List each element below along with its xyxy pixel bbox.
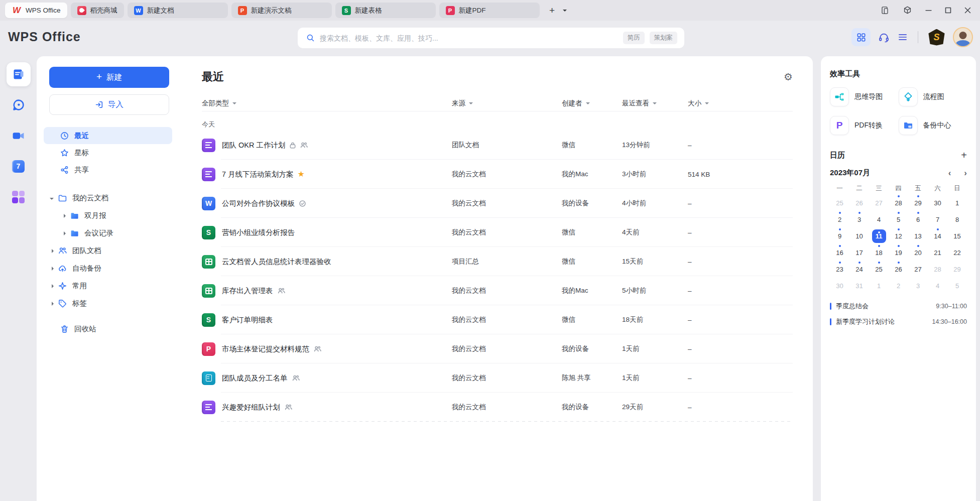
sidebar-item-shared[interactable]: 共享 (44, 161, 172, 178)
support-button[interactable] (878, 32, 890, 43)
tree-item-meeting-notes[interactable]: 会议记录 (44, 224, 172, 242)
calendar-day[interactable]: 23 (830, 261, 849, 278)
calendar-day[interactable]: 25 (869, 261, 889, 278)
calendar-day[interactable]: 2 (889, 278, 908, 294)
calendar-day[interactable]: 22 (947, 244, 967, 261)
rail-item-apps[interactable] (7, 185, 31, 209)
search-tag-resume[interactable]: 简历 (623, 32, 645, 44)
calendar-day[interactable]: 19 (889, 244, 908, 261)
calendar-day[interactable]: 9 (830, 228, 849, 244)
calendar-day[interactable]: 30 (830, 278, 849, 294)
calendar-day[interactable]: 25 (830, 195, 849, 211)
calendar-day[interactable]: 15 (947, 228, 967, 244)
sidebar-item-starred[interactable]: 星标 (44, 144, 172, 161)
next-month-button[interactable]: › (964, 169, 967, 177)
tree-item-frequent[interactable]: 常用 (44, 277, 172, 295)
maximize-button[interactable] (945, 7, 951, 14)
caret-right-icon[interactable] (52, 249, 56, 253)
tab-wps-office[interactable]: W WPS Office (5, 3, 67, 18)
search-tag-proposal[interactable]: 策划案 (650, 32, 678, 44)
file-row[interactable]: 团队 OKR 工作计划 团队文档 微信 13分钟前 – (202, 131, 793, 160)
calendar-day[interactable]: 13 (908, 228, 928, 244)
filter-creator[interactable]: 创建者 (562, 99, 622, 108)
calendar-day[interactable]: 8 (947, 211, 967, 228)
prev-month-button[interactable]: ‹ (948, 169, 951, 177)
rail-item-calendar[interactable]: 7 (7, 154, 31, 178)
calendar-day[interactable]: 27 (869, 195, 889, 211)
sync-to-mobile-button[interactable] (880, 6, 890, 15)
new-tab-button[interactable]: + (546, 4, 559, 17)
tool-backup-center[interactable]: 备份中心 (899, 116, 967, 135)
file-row[interactable]: 兴趣爱好组队计划 我的云文档 我的设备 29天前 – (202, 393, 793, 422)
caret-right-icon[interactable] (64, 231, 68, 235)
filter-type[interactable]: 全部类型 (202, 99, 452, 108)
membership-badge[interactable]: S (928, 29, 945, 46)
calendar-day[interactable]: 16 (830, 244, 849, 261)
file-row[interactable]: S 客户订单明细表 我的云文档 微信 18天前 – (202, 305, 793, 334)
file-row[interactable]: 库存出入管理表 我的云文档 我的Mac 5小时前 – (202, 276, 793, 305)
calendar-day[interactable]: 2 (830, 211, 849, 228)
file-row[interactable]: P 市场主体登记提交材料规范 我的云文档 我的设备 1天前 – (202, 334, 793, 363)
caret-right-icon[interactable] (64, 214, 68, 218)
calendar-day[interactable]: 14 (928, 228, 947, 244)
calendar-day[interactable]: 29 (908, 195, 928, 211)
tree-item-my-cloud-docs[interactable]: 我的云文档 (44, 189, 172, 207)
calendar-day[interactable]: 26 (849, 195, 869, 211)
rail-item-meeting[interactable] (7, 123, 31, 148)
calendar-day[interactable]: 1 (947, 195, 967, 211)
sidebar-item-recent[interactable]: 最近 (44, 127, 172, 144)
settings-button[interactable]: ⚙ (784, 72, 793, 82)
calendar-day[interactable]: 3 (908, 278, 928, 294)
main-menu-button[interactable] (897, 32, 908, 43)
tree-item-team-docs[interactable]: 团队文档 (44, 242, 172, 260)
tab-new-pdf[interactable]: P 新建PDF (439, 3, 540, 18)
tree-item-bimonthly-report[interactable]: 双月报 (44, 207, 172, 224)
calendar-day[interactable]: 6 (908, 211, 928, 228)
tab-new-spreadsheet[interactable]: S 新建表格 (335, 3, 436, 18)
add-event-button[interactable]: + (961, 150, 967, 160)
filter-source[interactable]: 来源 (452, 99, 562, 108)
close-button[interactable] (964, 7, 971, 14)
tool-flowchart[interactable]: 流程图 (899, 87, 967, 106)
calendar-day[interactable]: 7 (928, 211, 947, 228)
minimize-button[interactable] (925, 7, 932, 14)
calendar-day[interactable]: 28 (889, 195, 908, 211)
file-row[interactable]: 团队成员及分工名单 我的云文档 陈旭 共享 1天前 – (202, 363, 793, 393)
filter-size[interactable]: 大小 (688, 99, 793, 108)
calendar-day[interactable]: 21 (928, 244, 947, 261)
calendar-day[interactable]: 5 (889, 211, 908, 228)
calendar-day[interactable]: 17 (849, 244, 869, 261)
file-row[interactable]: 云文档管人员信息统计表理器验收 项目汇总 微信 15天前 – (202, 247, 793, 276)
caret-down-icon[interactable] (50, 198, 54, 202)
tool-pdf-convert[interactable]: P PDF转换 (830, 116, 899, 135)
workspace-cube-button[interactable] (903, 6, 912, 15)
search-input[interactable] (320, 34, 618, 42)
event-item[interactable]: 季度总结会 9:30–11:00 (830, 298, 967, 314)
tree-item-tags[interactable]: 标签 (44, 295, 172, 312)
tab-list-dropdown-icon[interactable] (563, 10, 567, 14)
calendar-day[interactable]: 18 (869, 244, 889, 261)
rail-item-chat[interactable] (7, 93, 31, 117)
calendar-day[interactable]: 4 (869, 211, 889, 228)
calendar-day[interactable]: 5 (947, 278, 967, 294)
calendar-day[interactable]: 1 (869, 278, 889, 294)
file-row[interactable]: S 营销小组业绩分析报告 我的云文档 微信 4天前 – (202, 218, 793, 247)
calendar-day[interactable]: 28 (928, 261, 947, 278)
calendar-day[interactable]: 10 (849, 228, 869, 244)
apps-grid-button[interactable] (851, 28, 871, 46)
calendar-day[interactable]: 12 (889, 228, 908, 244)
event-item[interactable]: 新季度学习计划讨论 14:30–16:00 (830, 314, 967, 329)
file-row[interactable]: W 公司对外合作协议模板 我的云文档 我的设备 4小时前 – (202, 189, 793, 218)
new-button[interactable]: + 新建 (49, 67, 169, 88)
tab-new-document[interactable]: W 新建文档 (128, 3, 228, 18)
tree-item-auto-backup[interactable]: 自动备份 (44, 260, 172, 277)
search-box[interactable]: 简历 策划案 (298, 28, 684, 48)
user-avatar[interactable] (953, 27, 973, 47)
file-row[interactable]: 7 月线下活动策划方案 ★ 我的云文档 我的Mac 3小时前 514 KB (202, 160, 793, 189)
calendar-day[interactable]: 20 (908, 244, 928, 261)
calendar-day[interactable]: 31 (849, 278, 869, 294)
tool-mindmap[interactable]: 思维导图 (830, 87, 899, 106)
caret-right-icon[interactable] (52, 284, 56, 288)
caret-right-icon[interactable] (52, 267, 56, 271)
caret-right-icon[interactable] (52, 302, 56, 306)
